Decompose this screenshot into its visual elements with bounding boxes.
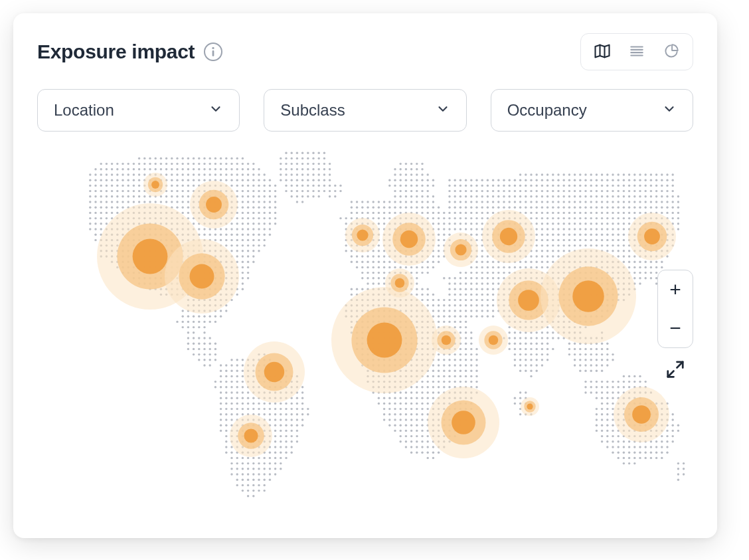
- svg-point-840: [459, 212, 461, 214]
- svg-point-3014: [383, 397, 385, 399]
- svg-point-1695: [639, 261, 641, 263]
- svg-point-260: [405, 179, 407, 181]
- world-map[interactable]: [37, 143, 693, 515]
- svg-point-2519: [541, 337, 543, 339]
- svg-point-15: [143, 157, 145, 159]
- svg-point-3431: [606, 446, 608, 448]
- svg-point-2692: [438, 359, 440, 361]
- svg-point-3529: [269, 473, 271, 475]
- svg-point-862: [579, 212, 581, 214]
- svg-point-3059: [378, 403, 380, 405]
- svg-point-269: [465, 179, 467, 181]
- view-toggle-chart[interactable]: [655, 38, 687, 66]
- dropdown-location[interactable]: Location: [37, 89, 240, 132]
- view-toggle-list[interactable]: [621, 38, 653, 66]
- svg-point-2902: [242, 386, 244, 388]
- svg-point-646: [432, 201, 434, 203]
- svg-point-2885: [584, 381, 586, 383]
- svg-point-2657: [568, 353, 570, 355]
- svg-point-498: [666, 190, 668, 192]
- svg-point-540: [318, 195, 320, 197]
- svg-point-440: [285, 190, 287, 192]
- svg-point-754: [514, 207, 516, 209]
- svg-point-376: [519, 185, 521, 187]
- svg-point-127: [329, 168, 331, 170]
- svg-point-722: [264, 207, 266, 209]
- svg-point-1736: [416, 266, 418, 268]
- svg-point-487: [606, 190, 608, 192]
- svg-point-781: [661, 207, 663, 209]
- svg-point-1129: [448, 228, 450, 230]
- svg-point-327: [193, 185, 195, 187]
- svg-point-21: [176, 157, 178, 159]
- svg-point-3467: [639, 452, 641, 454]
- info-icon[interactable]: [204, 43, 222, 61]
- svg-point-1223: [443, 234, 445, 236]
- svg-point-3243: [220, 424, 222, 426]
- svg-point-1819: [492, 272, 494, 274]
- svg-point-3438: [645, 446, 647, 448]
- svg-point-2536: [214, 343, 216, 345]
- svg-point-1159: [612, 228, 614, 230]
- svg-point-2580: [214, 348, 216, 350]
- svg-point-2273: [459, 310, 461, 312]
- svg-point-2360: [198, 321, 200, 323]
- heat-point-northeast-asia: [628, 213, 676, 260]
- svg-point-675: [601, 201, 603, 203]
- svg-point-2218: [481, 304, 483, 306]
- svg-point-955: [552, 217, 554, 219]
- svg-point-622: [242, 201, 244, 203]
- zoom-in-button[interactable]: +: [658, 270, 693, 309]
- svg-point-1662: [432, 261, 434, 263]
- svg-point-3067: [421, 403, 423, 405]
- svg-point-2757: [574, 364, 576, 366]
- svg-point-638: [388, 201, 390, 203]
- svg-point-286: [557, 179, 559, 181]
- svg-point-106: [198, 168, 200, 170]
- svg-point-3206: [274, 419, 276, 420]
- dropdown-subclass[interactable]: Subclass: [264, 89, 466, 132]
- svg-point-2802: [579, 370, 581, 372]
- svg-point-397: [633, 185, 635, 187]
- svg-point-932: [427, 217, 429, 219]
- svg-point-3420: [280, 446, 282, 448]
- svg-point-3469: [650, 452, 652, 454]
- svg-point-2934: [584, 386, 586, 388]
- svg-point-2762: [601, 364, 603, 366]
- svg-point-390: [596, 185, 598, 187]
- svg-point-3287: [672, 424, 674, 426]
- svg-point-3386: [400, 440, 402, 442]
- svg-point-1096: [198, 228, 200, 230]
- svg-point-735: [405, 207, 407, 209]
- svg-point-637: [383, 201, 385, 203]
- svg-point-30: [225, 157, 227, 159]
- svg-point-166: [264, 173, 266, 175]
- fullscreen-button[interactable]: [663, 357, 688, 383]
- svg-point-3051: [264, 403, 266, 405]
- svg-point-3435: [628, 446, 630, 448]
- svg-point-3131: [596, 408, 598, 410]
- svg-point-2671: [236, 359, 238, 361]
- svg-point-1245: [568, 234, 570, 236]
- svg-point-2654: [536, 353, 538, 355]
- svg-point-653: [481, 201, 483, 203]
- svg-point-442: [296, 190, 298, 192]
- svg-point-3440: [655, 446, 657, 448]
- svg-point-2804: [590, 370, 592, 372]
- svg-point-2614: [574, 348, 576, 350]
- svg-point-2272: [454, 310, 456, 312]
- svg-point-125: [318, 168, 320, 170]
- svg-point-3400: [623, 440, 625, 442]
- svg-point-3358: [601, 435, 603, 437]
- view-toggle-map[interactable]: [586, 38, 618, 66]
- svg-point-3475: [242, 457, 244, 459]
- svg-point-562: [509, 195, 511, 197]
- svg-point-2878: [443, 381, 445, 383]
- svg-point-2092: [454, 294, 456, 296]
- svg-point-3105: [280, 408, 282, 410]
- svg-point-3112: [388, 408, 390, 410]
- svg-point-1772: [645, 266, 647, 268]
- dropdown-occupancy[interactable]: Occupancy: [491, 89, 693, 132]
- svg-point-922: [373, 217, 374, 219]
- zoom-out-button[interactable]: −: [658, 309, 693, 347]
